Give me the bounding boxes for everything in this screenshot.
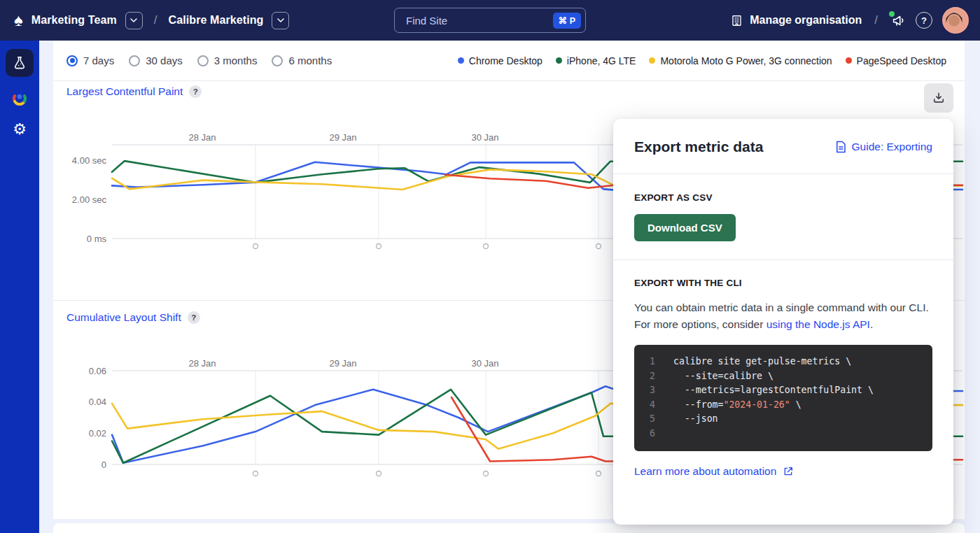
code-line: 2 --site=calibre \ [634,369,932,384]
radio-unselected[interactable] [197,55,209,66]
code-text: --from="2024-01-26" \ [673,398,802,413]
legend-label: iPhone, 4G LTE [567,55,636,66]
calibre-logo-icon: ♠ [14,12,23,29]
manage-organisation-button[interactable]: Manage organisation [730,14,862,27]
cli-description: You can obtain metric data in a single c… [634,299,939,333]
avatar[interactable] [942,7,969,34]
announcements-button[interactable] [890,13,906,28]
test-run-marker[interactable] [596,244,601,249]
flask-icon [12,55,27,71]
code-line: 4 --from="2024-01-26" \ [634,398,932,413]
radio-selected[interactable] [66,55,78,66]
time-range-6-months[interactable]: 6 months [272,55,332,66]
line-number: 6 [634,427,655,441]
legend-item-pagespeed-desktop: PageSpeed Desktop [846,55,946,66]
site-switcher-button[interactable] [272,12,289,29]
manage-organisation-label: Manage organisation [750,14,862,27]
next-section-card-edge [53,523,965,533]
code-line: 5 --json [634,412,932,427]
x-tick-label: 30 Jan [471,132,498,143]
test-run-marker[interactable] [484,471,489,476]
sidebar-item-core-web-vitals[interactable] [11,91,28,108]
code-text: --metrics=largestContentfulPaint \ [673,383,874,398]
legend-dot [556,57,562,64]
topbar-actions: Manage organisation / ? [730,0,969,41]
cls-title-label: Cumulative Layout Shift [66,311,181,324]
code-text: --json [673,412,718,427]
x-tick-label: 28 Jan [188,132,216,143]
chart-toolbar: 7 days30 days3 months6 months Chrome Des… [53,41,965,81]
legend-dot [458,57,464,64]
test-run-marker[interactable] [596,471,601,476]
code-string: "2024-01-26" [723,399,790,410]
legend-item-motorola-moto-g-power-3g-connection: Motorola Moto G Power, 3G connection [649,55,832,66]
test-run-marker[interactable] [253,471,258,476]
document-icon [835,141,846,153]
find-site-search[interactable]: ⌘ P [394,8,586,33]
test-run-marker[interactable] [377,471,382,476]
export-cli-section: EXPORT WITH THE CLI You can obtain metri… [613,260,953,478]
nodejs-api-link[interactable]: using the Node.js API [766,316,870,333]
search-input[interactable] [405,14,553,27]
download-csv-button[interactable]: Download CSV [634,214,736,241]
cli-section-heading: EXPORT WITH THE CLI [634,278,932,288]
radio-unselected[interactable] [129,55,140,66]
guide-exporting-label: Guide: Exporting [852,141,932,153]
legend-label: Chrome Desktop [469,55,542,66]
web-vitals-icon [11,91,28,108]
sidebar-item-tests-active[interactable] [6,49,34,77]
line-number: 3 [634,383,655,398]
page: ♠ Marketing Team / Calibre Marketing ⌘ P… [0,0,980,533]
code-text: --site=calibre \ [673,369,774,384]
external-link-icon [783,466,794,477]
lcp-chart-title[interactable]: Largest Contentful Paint ? [66,85,202,98]
test-run-marker[interactable] [377,244,382,249]
team-switcher-button[interactable] [125,12,143,29]
code-text: calibre site get-pulse-metrics \ [673,355,851,369]
lcp-help-badge[interactable]: ? [189,85,202,98]
time-range-30-days[interactable]: 30 days [129,55,183,66]
top-bar: ♠ Marketing Team / Calibre Marketing ⌘ P… [0,0,980,41]
chevron-down-icon [130,18,137,22]
avatar-image [944,8,965,29]
team-name[interactable]: Marketing Team [31,14,117,27]
legend-label: Motorola Moto G Power, 3G connection [660,55,832,66]
export-panel-title: Export metric data [634,138,763,155]
legend-dot [649,57,655,64]
time-range-3-months[interactable]: 3 months [197,55,258,66]
learn-more-automation-link[interactable]: Learn more about automation [634,465,794,478]
line-number: 5 [634,412,655,427]
y-tick-label: 0 [102,460,106,470]
shortcut-badge: ⌘ P [553,13,581,29]
breadcrumb: ♠ Marketing Team / Calibre Marketing [0,12,289,29]
export-metric-button[interactable] [924,83,953,113]
time-range-7-days[interactable]: 7 days [66,55,114,66]
legend-item-iphone-4g-lte: iPhone, 4G LTE [556,55,636,66]
code-line: 1calibre site get-pulse-metrics \ [634,355,932,369]
line-number: 2 [634,369,655,384]
code-line: 6 [634,427,932,441]
cls-chart-title[interactable]: Cumulative Layout Shift ? [66,311,200,324]
radio-unselected[interactable] [272,55,283,66]
guide-exporting-link[interactable]: Guide: Exporting [835,141,932,153]
sidebar-item-settings[interactable]: ⚙ [13,122,27,137]
range-label: 6 months [288,55,332,66]
cli-code-block[interactable]: 1calibre site get-pulse-metrics \2 --sit… [634,345,932,451]
chevron-down-icon [277,18,284,22]
legend-dot [846,57,852,64]
topbar-separator: / [872,13,881,27]
test-run-marker[interactable] [253,244,258,249]
help-button[interactable]: ? [916,12,932,29]
legend-label: PageSpeed Desktop [857,55,946,66]
test-run-marker[interactable] [484,244,489,249]
chart-legend: Chrome DesktopiPhone, 4G LTEMotorola Mot… [458,55,946,66]
range-label: 7 days [83,55,114,66]
site-name[interactable]: Calibre Marketing [169,14,264,27]
y-tick-label: 0 ms [87,234,107,244]
line-number: 1 [634,355,655,369]
time-range-group: 7 days30 days3 months6 months [66,55,332,66]
legend-item-chrome-desktop: Chrome Desktop [458,55,542,66]
export-metric-panel: Export metric data Guide: Exporting EXPO… [613,119,953,525]
cls-help-badge[interactable]: ? [188,311,200,324]
y-tick-label: 0.06 [89,366,106,376]
